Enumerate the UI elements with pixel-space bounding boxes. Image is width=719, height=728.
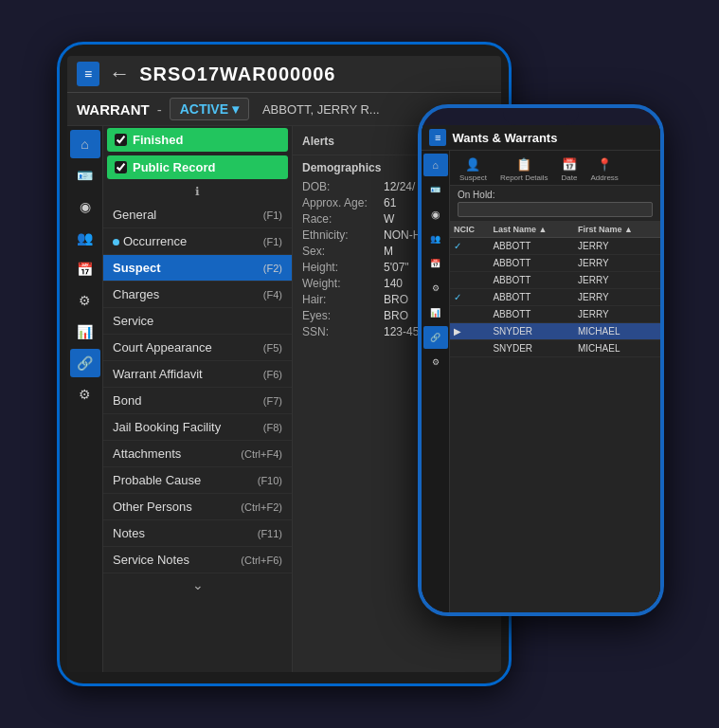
- public-record-checkbox-row[interactable]: Public Record: [107, 155, 288, 179]
- cell-lastname: ABBOTT: [489, 255, 574, 272]
- nav-item-service-notes[interactable]: Service Notes (Ctrl+F6): [103, 547, 292, 573]
- phone-sidebar: ⌂ 🪪 ◉ 👥 📅 ⚙ 📊 🔗 ⚙: [422, 151, 450, 612]
- public-record-label: Public Record: [133, 160, 215, 174]
- demo-val: W: [384, 212, 394, 226]
- table-row[interactable]: SNYDER MICHAEL: [450, 340, 660, 357]
- nav-item-probable-cause[interactable]: Probable Cause (F10): [103, 467, 292, 494]
- phone-icon-settings[interactable]: ⚙: [423, 277, 448, 300]
- phone-icon-badge[interactable]: 🪪: [423, 178, 448, 201]
- nav-item-other-persons[interactable]: Other Persons (Ctrl+F2): [103, 494, 292, 520]
- public-record-checkbox[interactable]: [115, 161, 127, 173]
- check-icon: ✓: [454, 292, 461, 302]
- on-hold-row: On Hold:: [450, 186, 660, 222]
- table-row[interactable]: ▶ SNYDER MICHAEL: [450, 323, 660, 340]
- phone-tab-address[interactable]: 📍 Address: [585, 155, 624, 185]
- nav-item-key: (F10): [258, 475, 282, 486]
- sidebar-icon-people[interactable]: 👥: [70, 224, 100, 252]
- info-icon: ℹ: [195, 185, 200, 198]
- table-row[interactable]: ✓ ABBOTT JERRY: [450, 289, 660, 306]
- nav-item-key: (F7): [263, 395, 282, 407]
- phone-tab-suspect[interactable]: 👤 Suspect: [454, 155, 493, 185]
- phone-icon-calendar[interactable]: 📅: [423, 252, 448, 275]
- demo-key: Race:: [302, 212, 378, 226]
- table-row[interactable]: ✓ ABBOTT JERRY: [450, 238, 660, 255]
- nav-item-notes[interactable]: Notes (F11): [103, 520, 292, 547]
- phone-hamburger-button[interactable]: ≡: [429, 129, 446, 146]
- sidebar-icon-calendar[interactable]: 📅: [70, 255, 100, 283]
- status-button[interactable]: ACTIVE ▾: [170, 98, 249, 120]
- nav-items-container: General (F1) Occurrence (F1) Suspect (F2…: [103, 202, 292, 573]
- table-row[interactable]: ABBOTT JERRY: [450, 272, 660, 289]
- table-header-row: NCIC Last Name ▲ First Name ▲: [450, 222, 660, 238]
- phone-icon-fingerprint[interactable]: ◉: [423, 203, 448, 226]
- nav-item-label: Probable Cause: [113, 473, 201, 487]
- table-row[interactable]: ABBOTT JERRY: [450, 255, 660, 272]
- cell-firstname: JERRY: [574, 289, 660, 306]
- demo-key: Hair:: [302, 293, 378, 306]
- phone-tab-date[interactable]: 📅 Date: [556, 155, 584, 185]
- phone-content: 👤 Suspect 📋 Report Details 📅 Date 📍 Addr…: [450, 151, 660, 612]
- nav-item-key: (Ctrl+F4): [241, 448, 282, 460]
- phone-icon-network[interactable]: 🔗: [423, 326, 448, 349]
- nav-item-general[interactable]: General (F1): [103, 202, 292, 228]
- sidebar-icon-chart[interactable]: 📊: [70, 318, 100, 346]
- nav-item-label: General: [113, 208, 156, 222]
- phone-icon-gear[interactable]: ⚙: [423, 351, 448, 373]
- back-icon[interactable]: ←: [109, 62, 130, 86]
- on-hold-input[interactable]: [458, 202, 653, 217]
- cell-ncic: ▶: [450, 323, 489, 340]
- cell-ncic: [450, 272, 489, 289]
- date-label: Date: [562, 173, 578, 182]
- nav-item-key: (Ctrl+F2): [241, 501, 282, 513]
- nav-item-attachments[interactable]: Attachments (Ctrl+F4): [103, 441, 292, 467]
- nav-item-label: Attachments: [113, 446, 181, 461]
- nav-item-suspect[interactable]: Suspect (F2): [103, 255, 292, 282]
- scroll-down-icon: ⌄: [103, 573, 292, 596]
- report-icon: 📋: [516, 157, 531, 172]
- cell-firstname: JERRY: [574, 255, 660, 272]
- nav-item-key: (F1): [263, 236, 282, 247]
- cell-firstname: JERRY: [574, 272, 660, 289]
- phone-icon-people[interactable]: 👥: [423, 228, 448, 250]
- record-id: SRSO17WAR000006: [139, 64, 335, 85]
- nav-item-label: Suspect: [113, 261, 161, 275]
- demo-key: Sex:: [302, 245, 378, 258]
- sidebar-icon-settings[interactable]: ⚙: [70, 286, 100, 315]
- sidebar-icon-gear[interactable]: ⚙: [70, 380, 100, 409]
- nav-item-occurrence[interactable]: Occurrence (F1): [103, 228, 292, 255]
- sidebar-icon-home[interactable]: ⌂: [70, 130, 100, 158]
- cell-ncic: [450, 255, 489, 272]
- nav-item-charges[interactable]: Charges (F4): [103, 282, 292, 308]
- phone-top-bar: ≡ Wants & Warrants: [422, 125, 660, 151]
- address-icon: 📍: [597, 157, 612, 172]
- nav-item-key: (Ctrl+F6): [241, 555, 282, 566]
- sidebar-icon-network[interactable]: 🔗: [70, 349, 100, 377]
- nav-item-key: (F11): [258, 528, 282, 539]
- nav-item-key: (F5): [263, 342, 282, 354]
- phone-icon-chart[interactable]: 📊: [423, 301, 448, 324]
- demo-val: 61: [384, 196, 396, 209]
- nav-item-service[interactable]: Service: [103, 308, 292, 335]
- check-icon: ✓: [454, 241, 461, 251]
- demo-val: 12/24/: [384, 180, 415, 193]
- demo-key: SSN:: [302, 325, 378, 338]
- finished-checkbox[interactable]: [115, 134, 127, 146]
- nav-item-warrant-affidavit[interactable]: Warrant Affidavit (F6): [103, 361, 292, 388]
- phone-tab-report[interactable]: 📋 Report Details: [494, 155, 554, 185]
- hamburger-button[interactable]: ≡: [77, 62, 99, 86]
- nav-item-bond[interactable]: Bond (F7): [103, 388, 292, 414]
- demo-val: 5'07": [384, 261, 409, 274]
- nav-item-label: Service: [113, 314, 153, 328]
- on-hold-label: On Hold:: [458, 190, 653, 200]
- finished-checkbox-row[interactable]: Finished: [107, 128, 288, 152]
- sidebar-icon-fingerprint[interactable]: ◉: [70, 192, 100, 221]
- sidebar-icon-badge[interactable]: 🪪: [70, 161, 100, 190]
- nav-item-jail-booking-facility[interactable]: Jail Booking Facility (F8): [103, 414, 292, 441]
- phone-icon-home[interactable]: ⌂: [423, 154, 448, 176]
- top-bar: ≡ ← SRSO17WAR000006: [67, 56, 501, 93]
- cell-lastname: SNYDER: [489, 323, 574, 340]
- table-row[interactable]: ABBOTT JERRY: [450, 306, 660, 323]
- cell-firstname: JERRY: [574, 306, 660, 323]
- nav-item-court-appearance[interactable]: Court Appearance (F5): [103, 335, 292, 361]
- demo-key: Weight:: [302, 277, 378, 290]
